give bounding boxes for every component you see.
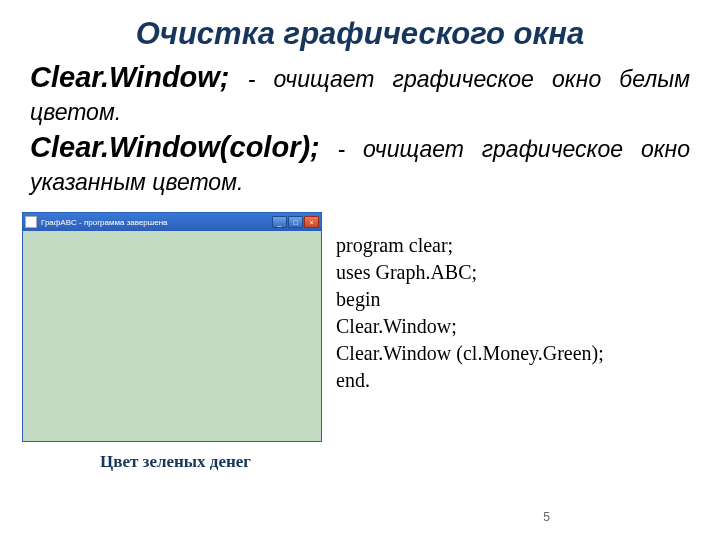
code-line: end. bbox=[336, 367, 604, 394]
page-number: 5 bbox=[543, 510, 550, 524]
proc-name-1: Clear.Window; bbox=[30, 61, 230, 93]
proc-name-2: Clear.Window(color); bbox=[30, 131, 320, 163]
window-controls: _ □ × bbox=[272, 216, 319, 228]
slide-title: Очистка графического окна bbox=[0, 0, 720, 58]
app-window-screenshot: ГрафABC - программа завершена _ □ × bbox=[22, 212, 322, 442]
code-line: uses Graph.ABC; bbox=[336, 259, 604, 286]
window-app-icon bbox=[25, 216, 37, 228]
color-caption: Цвет зеленых денег bbox=[0, 452, 720, 472]
minimize-button[interactable]: _ bbox=[272, 216, 287, 228]
code-line: Clear.Window; bbox=[336, 313, 604, 340]
code-line: begin bbox=[336, 286, 604, 313]
close-button[interactable]: × bbox=[304, 216, 319, 228]
maximize-button[interactable]: □ bbox=[288, 216, 303, 228]
code-line: program clear; bbox=[336, 232, 604, 259]
paragraph-2: Clear.Window(color); - очищает графическ… bbox=[0, 128, 720, 198]
content-row: ГрафABC - программа завершена _ □ × prog… bbox=[0, 198, 720, 442]
code-listing: program clear; uses Graph.ABC; begin Cle… bbox=[336, 206, 604, 442]
paragraph-1: Clear.Window; - очищает графическое окно… bbox=[0, 58, 720, 128]
window-title-text: ГрафABC - программа завершена bbox=[41, 218, 272, 227]
code-line: Clear.Window (cl.Money.Green); bbox=[336, 340, 604, 367]
window-titlebar: ГрафABC - программа завершена _ □ × bbox=[23, 213, 321, 231]
